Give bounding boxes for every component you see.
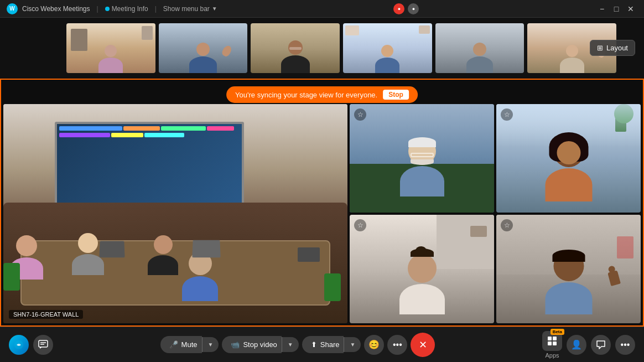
side-video-3: ☆ (350, 215, 494, 323)
window-controls: − □ ✕ (595, 2, 637, 15)
end-call-btn[interactable]: ✕ (411, 333, 435, 357)
divider-1: | (97, 5, 98, 13)
title-bar: W Cisco Webex Meetings | Meeting Info | … (0, 0, 644, 18)
apps-label: Apps (545, 352, 559, 359)
maximize-btn[interactable]: □ (610, 2, 623, 15)
divider-2: | (155, 5, 157, 13)
stop-video-label: Stop video (243, 340, 277, 349)
person-icon: 👤 (571, 339, 582, 350)
star-icon-4[interactable]: ☆ (501, 219, 513, 231)
webex-logo: W (7, 3, 18, 14)
participants-btn[interactable]: 👤 (567, 335, 586, 355)
top-area: ⊞ Layout (0, 18, 644, 79)
close-btn[interactable]: ✕ (624, 2, 637, 15)
messages-btn[interactable] (591, 335, 611, 355)
app-name: Cisco Webex Meetings (22, 5, 90, 13)
beta-badge: Beta (550, 329, 564, 335)
title-bar-left: W Cisco Webex Meetings | Meeting Info | … (7, 3, 217, 14)
main-video: SHN7-16-GREAT WALL (3, 104, 347, 323)
layout-label: Layout (606, 44, 628, 52)
layout-btn[interactable]: ⊞ Layout (590, 40, 635, 56)
record-dot-gray: ● (408, 3, 419, 14)
svg-rect-4 (548, 337, 552, 340)
chevron-down-icon-mute: ▼ (208, 342, 214, 348)
video-group: 📹 Stop video ▼ (222, 336, 298, 353)
stage-area: You're syncing your stage view for every… (0, 79, 644, 327)
chat-btn[interactable] (33, 335, 53, 355)
show-menu-bar-btn[interactable]: Show menu bar ▼ (163, 5, 217, 13)
stop-video-btn[interactable]: 📹 Stop video (222, 336, 281, 353)
thumbnail-strip (0, 18, 644, 79)
video-label: SHN7-16-GREAT WALL (9, 310, 83, 319)
menu-bar-label: Show menu bar (163, 5, 210, 13)
emoji-btn[interactable]: 😊 (364, 335, 384, 355)
svg-rect-6 (548, 342, 552, 345)
chevron-down-icon-video: ▼ (288, 342, 293, 348)
stop-sync-btn[interactable]: Stop (383, 90, 409, 100)
svg-rect-1 (39, 340, 48, 347)
control-right: Beta Apps 👤 ••• (542, 331, 635, 359)
more-btn[interactable]: ••• (387, 335, 407, 355)
meeting-info[interactable]: Meeting Info (105, 5, 148, 13)
side-video-2: ☆ (496, 104, 641, 213)
sync-banner: You're syncing your stage view for every… (226, 86, 418, 103)
mute-label: Mute (181, 340, 198, 349)
control-center: 🎤 Mute ▼ 📹 Stop video ▼ (160, 333, 435, 357)
control-left (9, 335, 53, 355)
share-icon: ⬆ (311, 340, 317, 349)
mute-btn[interactable]: 🎤 Mute (160, 336, 202, 353)
ellipsis-icon: ••• (393, 340, 402, 350)
share-btn[interactable]: ⬆ Share (302, 336, 344, 353)
video-grid: SHN7-16-GREAT WALL (1, 102, 643, 325)
video-icon: 📹 (231, 340, 240, 349)
share-chevron-btn[interactable]: ▼ (344, 337, 361, 352)
thumbnail-2[interactable] (159, 23, 248, 73)
side-video-1: ☆ (350, 104, 494, 213)
thumbnail-3[interactable] (251, 23, 340, 73)
svg-rect-7 (553, 342, 557, 345)
video-chevron-btn[interactable]: ▼ (282, 337, 299, 352)
svg-rect-5 (553, 337, 557, 340)
mute-chevron-btn[interactable]: ▼ (202, 337, 219, 352)
minimize-btn[interactable]: − (595, 2, 609, 15)
thumbnail-5[interactable] (435, 23, 524, 73)
end-call-icon: ✕ (419, 339, 427, 351)
control-bar: 🎤 Mute ▼ 📹 Stop video ▼ (0, 327, 644, 362)
webex-assist-icon[interactable] (9, 335, 29, 355)
meeting-info-label: Meeting Info (112, 5, 148, 13)
share-label: Share (320, 340, 340, 349)
star-icon-1[interactable]: ☆ (354, 108, 366, 121)
star-icon-2[interactable]: ☆ (501, 108, 513, 121)
thumbnail-1[interactable] (66, 23, 155, 73)
star-icon-3[interactable]: ☆ (354, 219, 366, 231)
more-right-btn[interactable]: ••• (615, 335, 635, 355)
chevron-down-icon: ▼ (212, 6, 217, 12)
record-indicators: ● ● (393, 3, 419, 14)
record-dot-red: ● (393, 3, 404, 14)
share-group: ⬆ Share ▼ (302, 336, 361, 353)
thumbnail-4[interactable] (343, 23, 432, 73)
apps-btn[interactable]: Beta Apps (542, 331, 562, 359)
layout-icon: ⊞ (597, 44, 603, 52)
chat-bubble-icon (596, 340, 606, 350)
status-dot (105, 7, 110, 11)
mute-group: 🎤 Mute ▼ (160, 336, 219, 353)
emoji-icon: 😊 (368, 339, 380, 350)
ellipsis-right-icon: ••• (621, 340, 630, 350)
chevron-down-icon-share: ▼ (350, 342, 355, 348)
side-video-4: ☆ (496, 215, 641, 323)
app-container: W Cisco Webex Meetings | Meeting Info | … (0, 0, 644, 362)
side-grid: ☆ (350, 104, 641, 323)
mic-icon: 🎤 (169, 340, 178, 349)
sync-message: You're syncing your stage view for every… (235, 91, 377, 99)
